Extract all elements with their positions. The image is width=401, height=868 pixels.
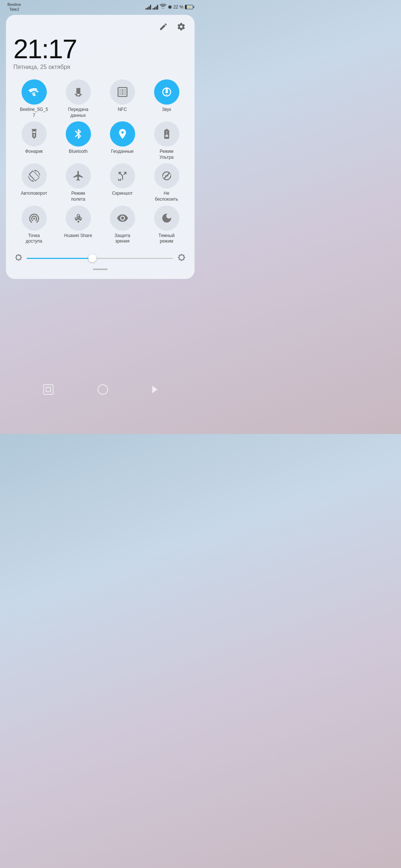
signal-bars-2 — [153, 4, 158, 10]
quick-tiles-grid: Beeline_5G_5 7 Передача данных NFC — [13, 79, 187, 244]
tile-sound-circle — [154, 79, 179, 105]
carrier1-label: Beeline — [7, 2, 21, 7]
nfc-icon — [117, 86, 128, 98]
bluetooth-status-icon: ✱ — [168, 4, 172, 10]
settings-button[interactable] — [175, 21, 187, 33]
tile-data-label: Передача данных — [68, 107, 88, 118]
tile-location[interactable]: Геоданные — [102, 121, 143, 160]
tile-wifi-label: Beeline_5G_5 7 — [20, 107, 48, 118]
brightness-low-icon — [15, 254, 22, 263]
tile-location-label: Геоданные — [111, 149, 134, 155]
recents-icon — [46, 387, 51, 392]
wifi-icon — [28, 86, 40, 98]
tile-dnd-circle — [154, 163, 179, 188]
tile-rotate-circle — [22, 163, 47, 188]
screenshot-icon — [117, 170, 128, 182]
carrier-info: Beeline Tele2 — [7, 2, 21, 12]
sound-icon — [161, 86, 173, 98]
huawei-share-icon — [72, 212, 84, 224]
status-icons: ✱ 22 % ⚡ — [146, 4, 193, 10]
tile-darkmode-label: Темный режим — [159, 233, 175, 244]
brightness-thumb[interactable] — [88, 254, 97, 262]
nav-bar — [6, 378, 195, 401]
tile-eyeprotect-circle — [110, 206, 135, 231]
brightness-high-icon — [177, 253, 186, 263]
tile-location-circle — [110, 121, 135, 147]
ultra-mode-icon — [161, 128, 173, 140]
status-bar: Beeline Tele2 ✱ 22 % ⚡ — [0, 0, 200, 13]
edit-button[interactable] — [157, 21, 169, 33]
tile-eyeprotect[interactable]: Защита зрения — [102, 206, 143, 244]
settings-icon — [177, 22, 186, 31]
eye-protect-icon — [117, 212, 128, 224]
svg-point-2 — [77, 214, 79, 217]
tile-ultra[interactable]: Режим Ультра — [146, 121, 187, 160]
tile-rotate-label: Автоповорот — [21, 191, 47, 197]
tile-ultra-circle — [154, 121, 179, 147]
tile-ultra-label: Режим Ультра — [160, 149, 174, 160]
signal-bars-1 — [146, 4, 151, 10]
tile-screenshot[interactable]: Скриншот — [102, 163, 143, 202]
tile-wifi[interactable]: Beeline_5G_5 7 — [13, 79, 55, 118]
brightness-track[interactable] — [27, 258, 173, 259]
panel-header-icons — [13, 21, 187, 33]
nav-recents-button[interactable] — [43, 384, 53, 395]
tile-nfc-circle — [110, 79, 135, 105]
handle-bar — [93, 269, 108, 270]
svg-line-3 — [77, 217, 77, 218]
tile-hotspot-circle — [22, 206, 47, 231]
tile-nfc-label: NFC — [118, 107, 127, 113]
nav-back-button[interactable] — [152, 386, 157, 393]
panel-handle[interactable] — [13, 265, 187, 272]
tile-airplane-label: Режим полета — [71, 191, 85, 202]
battery-fill — [185, 5, 187, 9]
battery-charging-icon: ⚡ — [187, 6, 191, 9]
bottom-area — [0, 279, 200, 405]
tile-airplane-circle — [66, 163, 91, 188]
tile-eyeprotect-label: Защита зрения — [114, 233, 130, 244]
tile-flashlight-label: Фонарик — [25, 149, 43, 155]
tile-huaweishare[interactable]: Huawei Share — [58, 206, 99, 244]
tile-flashlight[interactable]: Фонарик — [13, 121, 55, 160]
tile-data[interactable]: Передача данных — [58, 79, 99, 118]
tile-bluetooth-circle — [66, 121, 91, 147]
edit-icon — [159, 22, 168, 31]
tile-data-circle — [66, 79, 91, 105]
flashlight-icon — [28, 128, 40, 140]
brightness-fill — [27, 258, 92, 259]
tile-huaweishare-label: Huawei Share — [64, 233, 92, 239]
tile-bluetooth-label: Bluetooth — [69, 149, 88, 155]
dark-mode-icon — [161, 212, 173, 224]
svg-line-4 — [79, 217, 79, 218]
auto-rotate-icon — [28, 170, 40, 182]
hotspot-icon — [28, 212, 40, 224]
tile-bluetooth[interactable]: Bluetooth — [58, 121, 99, 160]
tile-screenshot-label: Скриншот — [112, 191, 133, 197]
carrier2-label: Tele2 — [9, 7, 19, 12]
nav-home-button[interactable] — [98, 384, 108, 395]
clock-display: 21:17 — [13, 36, 187, 62]
tile-sound-label: Звук — [162, 107, 171, 113]
tile-huaweishare-circle — [66, 206, 91, 231]
tile-darkmode[interactable]: Темный режим — [146, 206, 187, 244]
tile-sound[interactable]: Звук — [146, 79, 187, 118]
brightness-control — [13, 250, 187, 265]
tile-dnd[interactable]: Не беспокоить — [146, 163, 187, 202]
dnd-icon — [161, 170, 173, 182]
battery-icon-container: ⚡ — [185, 5, 193, 9]
tile-hotspot-label: Точка доступа — [26, 233, 42, 244]
quick-settings-panel: 21:17 Пятница, 25 октября Beeline_5G_5 7… — [6, 15, 195, 279]
tile-hotspot[interactable]: Точка доступа — [13, 206, 55, 244]
tile-wifi-circle — [22, 79, 47, 105]
tile-airplane[interactable]: Режим полета — [58, 163, 99, 202]
wifi-status-icon — [160, 4, 166, 10]
date-display: Пятница, 25 октября — [13, 64, 187, 70]
battery-percent: 22 % — [173, 4, 183, 10]
tile-darkmode-circle — [154, 206, 179, 231]
airplane-icon — [72, 170, 84, 182]
tile-rotate[interactable]: Автоповорот — [13, 163, 55, 202]
data-transfer-icon — [72, 86, 84, 98]
battery-icon: ⚡ — [185, 5, 193, 9]
location-icon — [117, 128, 128, 140]
tile-nfc[interactable]: NFC — [102, 79, 143, 118]
